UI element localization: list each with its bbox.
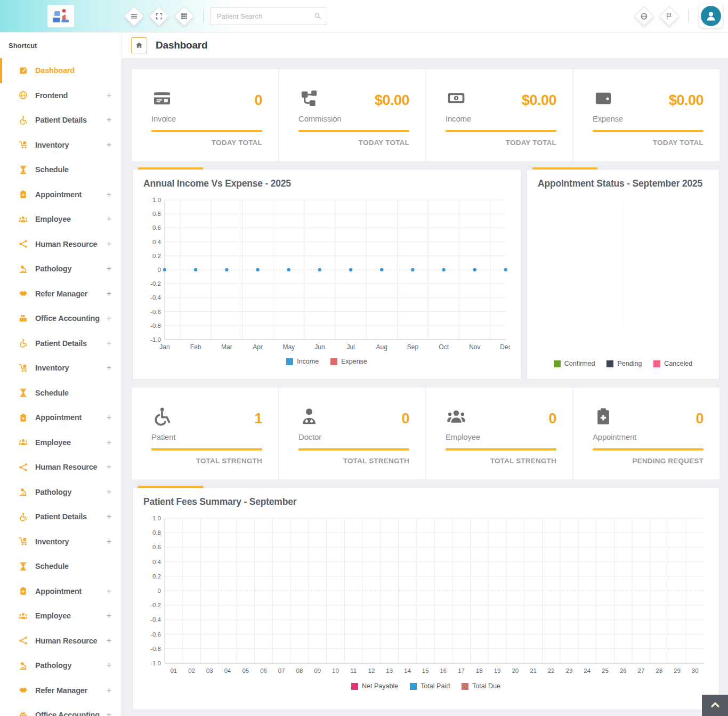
hourglass-icon bbox=[17, 388, 29, 398]
globe-icon bbox=[18, 90, 28, 100]
expand-plus-icon[interactable]: + bbox=[107, 339, 111, 348]
sidebar-item-pathology[interactable]: Pathology+ bbox=[0, 653, 121, 678]
svg-text:Jun: Jun bbox=[314, 343, 325, 351]
microscope-icon bbox=[17, 264, 29, 274]
sidebar-item-employee[interactable]: Employee+ bbox=[0, 207, 121, 232]
sidebar-item-dashboard[interactable]: Dashboard bbox=[0, 58, 121, 83]
expand-plus-icon[interactable]: + bbox=[107, 661, 111, 670]
sidebar-item-schedule[interactable]: Schedule bbox=[0, 381, 121, 406]
sidebar-item-employee[interactable]: Employee+ bbox=[0, 430, 121, 455]
svg-text:-0.8: -0.8 bbox=[150, 646, 161, 652]
stat-card-value: $0.00 bbox=[375, 92, 409, 109]
expand-plus-icon[interactable]: + bbox=[107, 487, 111, 497]
expand-plus-icon[interactable]: + bbox=[107, 239, 111, 249]
sidebar-item-appointment[interactable]: Appointment+ bbox=[0, 405, 121, 430]
expand-plus-icon[interactable]: + bbox=[107, 462, 111, 472]
avatar[interactable] bbox=[699, 4, 723, 28]
expand-plus-icon[interactable]: + bbox=[107, 140, 111, 150]
expand-plus-icon[interactable]: + bbox=[107, 363, 111, 373]
sidebar-item-pathology[interactable]: Pathology+ bbox=[0, 480, 121, 505]
svg-text:28: 28 bbox=[656, 667, 662, 674]
clipboard-plus-icon bbox=[18, 586, 28, 596]
svg-text:17: 17 bbox=[458, 667, 465, 674]
sidebar-item-human-resource[interactable]: Human Resource+ bbox=[0, 232, 121, 257]
legend-swatch bbox=[606, 360, 613, 367]
scroll-top-button[interactable] bbox=[702, 695, 728, 716]
sidebar-item-appointment[interactable]: Appointment+ bbox=[0, 579, 121, 604]
sidebar-item-frontend[interactable]: Frontend+ bbox=[0, 83, 121, 108]
header-globe-button[interactable] bbox=[634, 6, 654, 26]
search-input[interactable] bbox=[210, 7, 327, 25]
legend-canceled[interactable]: Canceled bbox=[653, 360, 692, 367]
sidebar-item-office-accounting[interactable]: Office Accounting+ bbox=[0, 306, 121, 331]
network-icon bbox=[17, 462, 29, 472]
sidebar-item-schedule[interactable]: Schedule bbox=[0, 157, 121, 182]
stat-card-label: Appointment bbox=[593, 432, 703, 441]
expand-plus-icon[interactable]: + bbox=[107, 586, 111, 596]
legend-pending[interactable]: Pending bbox=[606, 360, 642, 367]
stat-card-value: 0 bbox=[401, 411, 409, 427]
sidebar-item-inventory[interactable]: Inventory+ bbox=[0, 356, 121, 381]
sidebar-item-label: Human Resource bbox=[35, 637, 97, 645]
sidebar-item-human-resource[interactable]: Human Resource+ bbox=[0, 629, 121, 654]
header-menu-button[interactable] bbox=[124, 6, 144, 26]
home-button[interactable] bbox=[131, 37, 147, 53]
sidebar-item-schedule[interactable]: Schedule bbox=[0, 554, 121, 579]
expand-plus-icon[interactable]: + bbox=[107, 438, 111, 447]
legend-total-paid[interactable]: Total Paid bbox=[410, 682, 450, 690]
expand-plus-icon[interactable]: + bbox=[107, 686, 111, 695]
wheelchair-icon bbox=[151, 406, 173, 427]
expand-plus-icon[interactable]: + bbox=[107, 289, 111, 299]
header-fullscreen-button[interactable] bbox=[149, 6, 169, 26]
sidebar-item-inventory[interactable]: Inventory+ bbox=[0, 133, 121, 158]
sidebar-item-patient-details[interactable]: Patient Details+ bbox=[0, 331, 121, 356]
expand-plus-icon[interactable]: + bbox=[107, 710, 111, 716]
sidebar-item-patient-details[interactable]: Patient Details+ bbox=[0, 108, 121, 133]
expand-plus-icon[interactable]: + bbox=[107, 413, 111, 422]
expand-plus-icon[interactable]: + bbox=[107, 264, 111, 273]
sidebar-item-office-accounting[interactable]: Office Accounting+ bbox=[0, 703, 121, 716]
search-icon[interactable] bbox=[313, 12, 322, 20]
microscope-icon bbox=[18, 661, 28, 671]
logo[interactable] bbox=[0, 5, 122, 27]
sidebar-item-inventory[interactable]: Inventory+ bbox=[0, 529, 121, 554]
legend-net-payable[interactable]: Net Payable bbox=[351, 682, 398, 690]
sidebar-item-pathology[interactable]: Pathology+ bbox=[0, 256, 121, 281]
sidebar-item-refer-manager[interactable]: Refer Manager+ bbox=[0, 281, 121, 307]
sidebar-item-refer-manager[interactable]: Refer Manager+ bbox=[0, 678, 121, 703]
legend-total-due[interactable]: Total Due bbox=[462, 682, 500, 690]
legend-income[interactable]: Income bbox=[286, 358, 319, 365]
expand-plus-icon[interactable]: + bbox=[107, 313, 111, 323]
expand-plus-icon[interactable]: + bbox=[107, 537, 111, 546]
users-icon bbox=[17, 214, 29, 224]
sidebar-item-label: Patient Details bbox=[35, 339, 87, 348]
hourglass-icon bbox=[17, 561, 29, 572]
expand-plus-icon[interactable]: + bbox=[107, 190, 111, 199]
sidebar-item-label: Patient Details bbox=[35, 512, 87, 521]
sidebar-item-appointment[interactable]: Appointment+ bbox=[0, 182, 121, 207]
expand-plus-icon[interactable]: + bbox=[107, 91, 111, 100]
expand-plus-icon[interactable]: + bbox=[107, 512, 111, 521]
stat-card-value: 0 bbox=[548, 411, 556, 427]
expand-plus-icon[interactable]: + bbox=[107, 636, 111, 646]
legend-confirmed[interactable]: Confirmed bbox=[554, 360, 595, 367]
header-grid-button[interactable] bbox=[174, 6, 194, 26]
stat-card-footer: TODAY TOTAL bbox=[298, 139, 409, 147]
sidebar-item-patient-details[interactable]: Patient Details+ bbox=[0, 504, 121, 529]
svg-text:0.2: 0.2 bbox=[152, 573, 161, 580]
wheelchair-icon bbox=[17, 512, 29, 522]
expand-plus-icon[interactable]: + bbox=[107, 115, 111, 125]
content: 0InvoiceTODAY TOTAL$0.00CommissionTODAY … bbox=[122, 59, 728, 710]
hourglass-icon bbox=[17, 165, 29, 175]
charts-row: Annual Income Vs Expense - 2025 1.00.80.… bbox=[132, 169, 719, 380]
header-flag-button[interactable] bbox=[659, 6, 679, 26]
sidebar-item-human-resource[interactable]: Human Resource+ bbox=[0, 455, 121, 480]
legend-swatch bbox=[410, 683, 417, 690]
sitemap-icon bbox=[298, 87, 320, 109]
legend-expense[interactable]: Expense bbox=[330, 358, 367, 365]
sidebar-item-employee[interactable]: Employee+ bbox=[0, 604, 121, 629]
expand-plus-icon[interactable]: + bbox=[107, 214, 111, 224]
stat-card-accent-bar bbox=[446, 448, 556, 450]
expand-plus-icon[interactable]: + bbox=[107, 611, 111, 621]
network-icon bbox=[18, 635, 28, 646]
